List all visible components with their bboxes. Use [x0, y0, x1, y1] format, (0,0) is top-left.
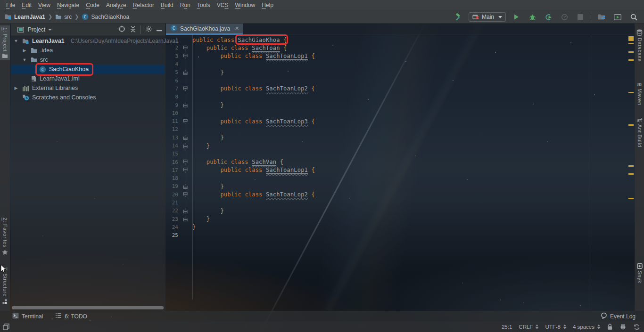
indent-widget[interactable]: 4 spaces: [573, 324, 600, 330]
event-log-button[interactable]: Event Log: [601, 312, 636, 320]
coverage-button[interactable]: [543, 12, 554, 22]
warning-stripe-mark[interactable]: [628, 165, 634, 167]
project-views-icon[interactable]: [17, 27, 24, 32]
menu-run[interactable]: Run: [177, 1, 194, 9]
build-project-button[interactable]: [453, 12, 464, 22]
update-info-button[interactable]: ?: [633, 324, 640, 331]
fold-end-marker[interactable]: [183, 217, 188, 221]
analysis-status-square[interactable]: [628, 36, 634, 41]
highlighting-level-button[interactable]: [619, 324, 627, 330]
collapse-all-button[interactable]: [130, 26, 136, 34]
line-number: 7: [166, 86, 178, 92]
toolwindow-terminal[interactable]: Terminal: [12, 313, 43, 320]
tree-item-learnjava1[interactable]: ▼LearnJava1C:\Users\DuyAnh\IdeaProjects\…: [11, 36, 165, 46]
menu-file[interactable]: File: [3, 1, 18, 9]
stripe-button-1-project[interactable]: 1: Project: [0, 25, 10, 60]
project-panel-title[interactable]: Project: [28, 26, 45, 33]
fold-start-marker[interactable]: [183, 119, 188, 124]
fold-end-marker[interactable]: [183, 184, 188, 189]
error-stripe[interactable]: [628, 35, 635, 311]
warning-stripe-mark[interactable]: [628, 173, 634, 175]
horizontal-scrollbar[interactable]: [12, 306, 164, 309]
warning-stripe-mark[interactable]: [628, 124, 634, 126]
run-config-selector[interactable]: Main: [469, 12, 506, 22]
code-lines[interactable]: 1public class SachGiaoKhoa {2 public cla…: [166, 36, 635, 239]
stripe-button-database[interactable]: Database: [635, 27, 644, 64]
chevron-collapsed-icon[interactable]: ▶: [22, 48, 27, 53]
menu-view[interactable]: View: [35, 1, 54, 9]
stripe-button-maven[interactable]: mMaven: [635, 79, 644, 107]
menu-analyze[interactable]: Analyze: [103, 1, 130, 9]
lock-unlocked-button[interactable]: [607, 324, 613, 330]
menu-edit[interactable]: Edit: [18, 1, 35, 9]
warning-stripe-mark[interactable]: [628, 198, 634, 199]
breadcrumb-item-sachgiaokhoa[interactable]: CSachGiaoKhoa: [82, 13, 129, 20]
fold-start-marker[interactable]: [183, 192, 188, 197]
warning-stripe-mark[interactable]: [628, 92, 634, 93]
tree-item-src[interactable]: ▼src: [11, 55, 165, 65]
search-everywhere-button[interactable]: [628, 12, 639, 22]
menu-window[interactable]: Window: [231, 1, 258, 9]
fold-end-marker[interactable]: [183, 209, 188, 213]
menu-help[interactable]: Help: [258, 1, 277, 9]
chevron-expanded-icon[interactable]: ▼: [22, 57, 27, 62]
fold-start-marker[interactable]: [183, 160, 188, 164]
menu-vcs[interactable]: VCS: [214, 1, 232, 9]
menu-build[interactable]: Build: [157, 1, 177, 9]
stripe-button-2-favorites[interactable]: 2: Favorites: [0, 216, 10, 257]
chevron-collapsed-icon[interactable]: ▶: [14, 86, 18, 90]
chevron-expanded-icon[interactable]: ▼: [14, 39, 18, 43]
code-token: public class: [220, 85, 266, 92]
tree-item-label: .idea: [40, 47, 53, 54]
menu-tools[interactable]: Tools: [194, 1, 214, 9]
tree-item-sachgiaokhoa[interactable]: CSachGiaoKhoa: [11, 65, 165, 74]
fold-start-marker[interactable]: [183, 168, 188, 172]
fold-start-marker[interactable]: [183, 46, 188, 50]
chevron-down-icon[interactable]: [48, 29, 52, 31]
class-name-token: SachToan: [252, 45, 280, 52]
fold-start-marker[interactable]: [183, 86, 188, 91]
toolwindow-switcher-icon[interactable]: [3, 324, 9, 330]
tree-item--idea[interactable]: ▶.idea: [11, 46, 165, 55]
tree-item-content: External Libraries: [22, 85, 78, 91]
caret-position-widget[interactable]: 25:1: [502, 324, 512, 330]
menu-navigate[interactable]: Navigate: [54, 1, 83, 9]
fold-end-marker[interactable]: [183, 70, 188, 75]
fold-end-marker[interactable]: [183, 135, 188, 140]
hide-panel-button[interactable]: [157, 26, 162, 33]
code-token: {: [280, 37, 287, 43]
line-separator-widget[interactable]: CRLF: [519, 324, 538, 330]
menu-code[interactable]: Code: [83, 1, 103, 9]
stripe-button-snyk[interactable]: Snyk: [635, 261, 644, 285]
tree-item-scratches-and-consoles[interactable]: Scratches and Consoles: [11, 93, 165, 102]
code-line-8: 8: [166, 93, 635, 101]
fold-end-marker[interactable]: [183, 144, 188, 148]
profiler-button: [559, 12, 570, 22]
code-line-12: 12: [166, 125, 635, 133]
line-number: 18: [166, 175, 178, 181]
settings-gear-button[interactable]: [145, 25, 152, 34]
tree-item-learnjava1-iml[interactable]: LearnJava1.iml: [11, 74, 165, 83]
menu-refactor[interactable]: Refactor: [130, 1, 157, 9]
warning-stripe-mark[interactable]: [628, 59, 634, 61]
debug-icon: [529, 14, 536, 21]
fold-end-marker[interactable]: [183, 103, 188, 107]
code-token: }: [220, 134, 223, 141]
debug-button[interactable]: [527, 12, 538, 22]
breadcrumb-item-src[interactable]: src: [55, 14, 72, 20]
warning-stripe-mark[interactable]: [628, 51, 634, 53]
tree-item-external-libraries[interactable]: ▶External Libraries: [11, 83, 165, 93]
stripe-button-ant-build[interactable]: Ant Build: [635, 115, 644, 149]
toolwindow-todo[interactable]: 6: TODO: [55, 313, 87, 320]
breadcrumb-item-learnjava1[interactable]: LearnJava1: [5, 14, 45, 20]
locate-button[interactable]: [118, 25, 125, 34]
fold-start-marker[interactable]: [183, 54, 188, 58]
code-text: public class SachToanLop2 {: [192, 85, 315, 92]
run-button[interactable]: [511, 12, 522, 22]
project-structure-button[interactable]: [596, 12, 607, 22]
tab-sachgiaokhoa-java[interactable]: C SachGiaoKhoa.java ✕: [166, 24, 243, 35]
close-icon[interactable]: ✕: [235, 25, 239, 32]
warning-stripe-mark[interactable]: [628, 43, 634, 44]
run-console-button[interactable]: [612, 12, 623, 22]
encoding-widget[interactable]: UTF-8: [545, 324, 566, 330]
